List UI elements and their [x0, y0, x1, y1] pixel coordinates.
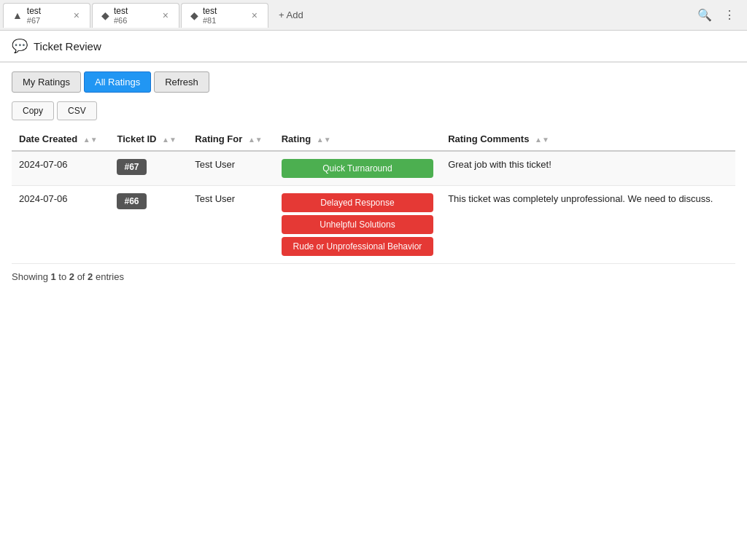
sort-date-icon: ▲▼: [83, 136, 98, 144]
table-row: 2024-07-06#67Test UserQuick TurnaroundGr…: [12, 151, 735, 186]
rating-tag: Unhelpful Solutions: [282, 215, 433, 234]
sort-rating-icon: ▲▼: [317, 136, 331, 144]
cell-rating-for: Test User: [187, 151, 274, 186]
cell-rating-comments: This ticket was completely unprofessiona…: [441, 186, 735, 264]
tab-67-icon: ▲: [12, 9, 23, 21]
ratings-table: Date Created ▲▼ Ticket ID ▲▼ Rating For …: [12, 128, 735, 264]
copy-button[interactable]: Copy: [12, 101, 54, 120]
rating-tag: Delayed Response: [282, 193, 433, 212]
col-ticket-id[interactable]: Ticket ID ▲▼: [109, 128, 187, 151]
page-title: Ticket Review: [34, 40, 101, 52]
cell-ticket-id: #67: [109, 151, 187, 186]
table-row: 2024-07-06#66Test UserDelayed ResponseUn…: [12, 186, 735, 264]
my-ratings-button[interactable]: My Ratings: [12, 71, 81, 93]
add-tab-label: + Add: [279, 9, 303, 20]
toolbar: My Ratings All Ratings Refresh: [0, 63, 747, 98]
col-date-created[interactable]: Date Created ▲▼: [12, 128, 109, 151]
sort-ratingfor-icon: ▲▼: [248, 136, 263, 144]
col-rating-for[interactable]: Rating For ▲▼: [187, 128, 274, 151]
cell-date-created: 2024-07-06: [12, 151, 109, 186]
action-bar: Copy CSV: [0, 98, 747, 128]
cell-rating-comments: Great job with this ticket!: [441, 151, 735, 186]
rating-tag: Quick Turnaround: [282, 159, 433, 178]
tab-66[interactable]: ◆ test #66 ×: [92, 3, 179, 28]
ticket-review-icon: 💬: [12, 38, 28, 54]
cell-rating-for: Test User: [187, 186, 274, 264]
cell-ticket-id: #66: [109, 186, 187, 264]
refresh-button[interactable]: Refresh: [154, 71, 209, 93]
csv-button[interactable]: CSV: [57, 101, 97, 120]
more-button[interactable]: ⋮: [721, 5, 738, 25]
search-button[interactable]: 🔍: [694, 5, 715, 25]
tab-67-name: test: [27, 6, 41, 16]
col-rating[interactable]: Rating ▲▼: [274, 128, 441, 151]
tab-bar: ▲ test #67 × ◆ test #66 × ◆ test #81 × +…: [0, 0, 747, 31]
cell-rating: Delayed ResponseUnhelpful SolutionsRude …: [274, 186, 441, 264]
table-header-row: Date Created ▲▼ Ticket ID ▲▼ Rating For …: [12, 128, 735, 151]
all-ratings-button[interactable]: All Ratings: [84, 71, 151, 93]
tab-67[interactable]: ▲ test #67 ×: [3, 3, 90, 28]
tab-81-name: test: [203, 6, 217, 16]
rating-tag: Rude or Unprofessional Behavior: [282, 237, 433, 256]
tab-66-name: test: [114, 6, 128, 16]
tab-66-icon: ◆: [101, 9, 109, 21]
col-rating-comments[interactable]: Rating Comments ▲▼: [441, 128, 735, 151]
tab-81-icon: ◆: [190, 9, 198, 21]
tab-67-id: #67: [27, 16, 41, 25]
ticket-badge: #67: [117, 159, 146, 175]
cell-date-created: 2024-07-06: [12, 186, 109, 264]
tab-66-id: #66: [114, 16, 128, 25]
tab-81-id: #81: [203, 16, 217, 25]
sort-ticket-icon: ▲▼: [162, 136, 177, 144]
cell-rating: Quick Turnaround: [274, 151, 441, 186]
footer-text: Showing 1 to 2 of 2 entries: [12, 271, 124, 282]
table-footer: Showing 1 to 2 of 2 entries: [0, 264, 747, 289]
tab-81[interactable]: ◆ test #81 ×: [181, 3, 268, 28]
add-tab-button[interactable]: + Add: [270, 3, 312, 28]
tab-81-close[interactable]: ×: [250, 8, 259, 23]
ticket-badge: #66: [117, 193, 146, 209]
page-header: 💬 Ticket Review: [0, 31, 747, 63]
tab-66-close[interactable]: ×: [161, 8, 170, 23]
sort-comments-icon: ▲▼: [535, 136, 549, 144]
tab-67-close[interactable]: ×: [72, 8, 81, 23]
ratings-table-wrapper: Date Created ▲▼ Ticket ID ▲▼ Rating For …: [0, 128, 747, 264]
